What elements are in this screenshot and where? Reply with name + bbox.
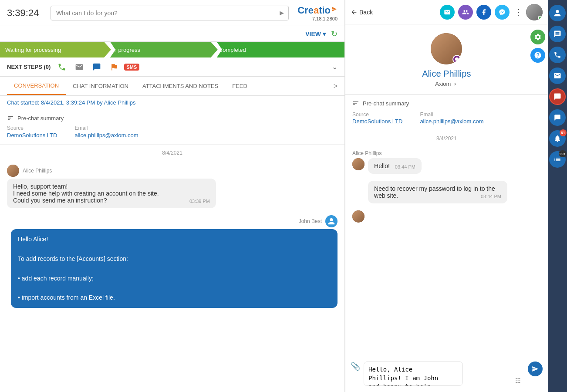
profile-avatar (431, 33, 462, 64)
search-input[interactable] (51, 6, 289, 20)
help-icon[interactable] (530, 48, 545, 63)
right-pre-chat: Pre-chat summary Source DemoSolutions LT… (345, 95, 548, 130)
notification-badge: 61 (560, 129, 567, 136)
logo-plane-icon (331, 6, 338, 12)
bottom-alice-avatar (352, 210, 364, 223)
sidebar-phone-icon[interactable] (549, 47, 566, 63)
customer-bubble: Hello, support team!I need some help wit… (7, 179, 216, 208)
note-icon: ☷ (515, 377, 521, 384)
profile-company[interactable]: Axiom (435, 81, 458, 87)
right-msg-sender-1: Alice Phillips (352, 150, 541, 156)
agent-avatar (325, 215, 338, 227)
tab-chat-information[interactable]: CHAT INFORMATION (66, 78, 135, 95)
svg-marker-0 (332, 7, 337, 11)
right-conversation-content: Pre-chat summary Source DemoSolutions LT… (345, 95, 548, 357)
logo-version: 7.18.1.2800 (312, 16, 338, 21)
facebook-top-icon[interactable] (476, 5, 491, 20)
pre-chat-header: Pre-chat summary (7, 115, 338, 122)
pre-chat-email: Email alice.phillips@axiom.com (74, 125, 138, 139)
refresh-button[interactable]: ↻ (331, 29, 338, 39)
view-button[interactable]: VIEW ▾ (305, 30, 326, 37)
clock: 3:39:24 (7, 7, 42, 19)
sidebar-list-icon[interactable]: 99+ (549, 151, 566, 168)
pre-chat-icon (7, 115, 14, 122)
status-waiting: Waiting for processing (0, 42, 111, 57)
right-panel: Back ⋮ (345, 0, 548, 392)
list-badge: 99+ (559, 150, 567, 157)
top-icons: ⋮ (440, 4, 543, 20)
sidebar-user-icon[interactable] (549, 5, 566, 21)
right-source-field: Source DemoSolutions LTD (352, 110, 402, 125)
right-bubble-1: Hello! 03:44 PM (368, 158, 422, 174)
search-bar[interactable]: ► (51, 6, 289, 20)
next-steps-bar: NEXT STEPS (0) SMS ⌄ (0, 57, 344, 77)
profile-name: Alice Phillips (422, 69, 471, 79)
tabs-more-icon[interactable]: > (334, 82, 338, 90)
reply-input-container: Hello, Alice Phillips! I am John and hap… (364, 362, 524, 388)
contacts-top-icon[interactable] (458, 5, 473, 20)
next-steps-label: NEXT STEPS (0) (7, 64, 51, 70)
tab-attachments-and-notes[interactable]: ATTACHMENTS AND NOTES (135, 78, 225, 95)
customer-message-group: Alice Phillips Hello, support team!I nee… (0, 161, 344, 212)
sms-action-icon[interactable]: SMS (125, 61, 138, 73)
settings-panel (530, 30, 545, 63)
chat-started-user-link[interactable]: Alice Phillips (104, 99, 136, 106)
email-action-icon[interactable] (73, 61, 85, 73)
settings-icon[interactable] (530, 30, 545, 44)
profile-section: Alice Phillips Axiom (345, 24, 548, 95)
logo-arrow-text: a (314, 5, 319, 16)
chat-started-info: Chat started: 8/4/2021, 3:39:24 PM by Al… (0, 96, 344, 109)
sidebar-email-icon[interactable] (549, 68, 566, 84)
email-link[interactable]: alice.phillips@axiom.com (74, 132, 138, 139)
status-completed: Completed (213, 42, 344, 57)
right-email-field: Email alice.phillips@axiom.com (420, 110, 483, 125)
right-date-divider: 8/4/2021 (345, 130, 548, 147)
back-arrow-icon (351, 9, 358, 16)
more-options-icon[interactable]: ⋮ (515, 7, 523, 17)
back-button[interactable]: Back (351, 9, 373, 16)
sidebar-chat-icon[interactable] (549, 26, 566, 42)
right-top-bar: Back ⋮ (345, 0, 548, 24)
search-icon: ► (278, 9, 285, 17)
next-steps-chevron[interactable]: ⌄ (332, 63, 338, 71)
agent-sender-info: John Best (299, 215, 338, 227)
chat-action-icon[interactable] (91, 61, 103, 73)
status-bar: Waiting for processing In progress Compl… (0, 42, 344, 57)
tabs-bar: CONVERSATION CHAT INFORMATION ATTACHMENT… (0, 77, 344, 96)
right-email-link[interactable]: alice.phillips@axiom.com (420, 118, 483, 125)
attach-button[interactable]: 📎 (351, 362, 360, 371)
right-bubble-2: Need to recover my password to log in to… (368, 181, 507, 203)
flag-action-icon[interactable] (108, 61, 120, 73)
sidebar-queue-icon[interactable] (549, 109, 566, 126)
conversation-content: Pre-chat summary Source DemoSolutions LT… (0, 109, 344, 392)
email-top-icon[interactable] (440, 5, 455, 20)
right-source-link[interactable]: DemoSolutions LTD (352, 118, 402, 125)
chevron-down-icon: ▾ (323, 30, 326, 37)
reply-input[interactable]: Hello, Alice Phillips! I am John and hap… (364, 362, 463, 386)
logo-rest: tio (319, 5, 331, 16)
pre-chat-summary: Pre-chat summary Source DemoSolutions LT… (0, 109, 344, 145)
send-button[interactable] (528, 362, 543, 376)
source-link[interactable]: DemoSolutions LTD (7, 132, 57, 139)
top-bar: 3:39:24 ► Creatio 7.18.1.2800 (0, 0, 344, 26)
agent-bubble: Hello Alice! To add records to the [Acco… (11, 229, 338, 308)
agent-message-group: John Best Hello Alice! To add records to… (0, 212, 344, 311)
online-status-dot (538, 16, 542, 20)
messenger-top-icon[interactable] (495, 5, 510, 20)
right-sidebar: 61 99+ (548, 0, 567, 392)
call-action-icon[interactable] (56, 61, 68, 73)
right-message-group-1: Alice Phillips Hello! 03:44 PM (345, 147, 548, 177)
tab-conversation[interactable]: CONVERSATION (7, 77, 66, 95)
bottom-avatar-area (345, 207, 548, 226)
sidebar-livechat-icon[interactable] (549, 88, 566, 105)
pre-chat-source: Source DemoSolutions LTD (7, 125, 57, 139)
left-panel: 3:39:24 ► Creatio 7.18.1.2800 VIEW ▾ ↻ W… (0, 0, 345, 392)
customer-avatar (7, 165, 19, 177)
tab-feed[interactable]: FEED (225, 78, 254, 95)
status-inprogress: In progress (107, 42, 218, 57)
creatio-logo: Creatio 7.18.1.2800 (297, 5, 338, 21)
logo-text: Cre (297, 5, 314, 16)
sidebar-notification-icon[interactable]: 61 (549, 130, 566, 147)
user-profile-avatar[interactable] (526, 4, 543, 20)
right-message-group-2: Need to recover my password to log in to… (345, 177, 548, 207)
